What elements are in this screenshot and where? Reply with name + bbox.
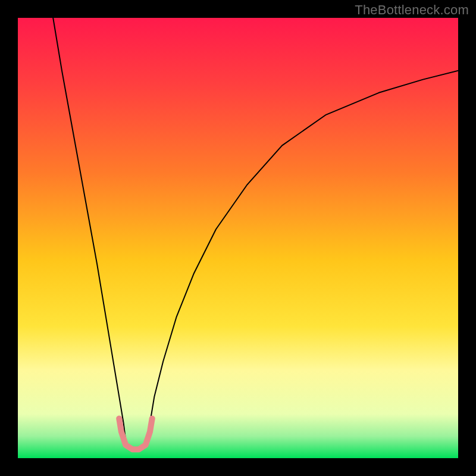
- outer-frame: TheBottleneck.com: [0, 0, 476, 476]
- plot-svg: [18, 18, 458, 458]
- watermark-text: TheBottleneck.com: [355, 2, 469, 18]
- plot-area: [18, 18, 458, 458]
- gradient-background: [18, 18, 458, 458]
